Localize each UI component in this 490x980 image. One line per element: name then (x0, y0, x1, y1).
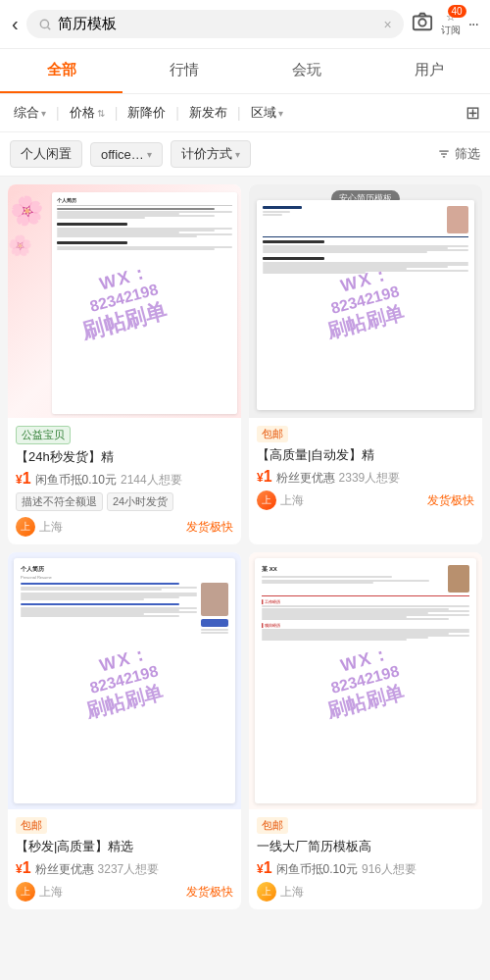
area-arrow: ▾ (278, 108, 283, 119)
avatar-4: 上 (257, 882, 276, 902)
product-info-4: 包邮 一线大厂简历模板高 ¥1 闲鱼币抵0.10元 916人想要 上 上海 (249, 809, 482, 909)
products-grid: 🌸 🌸 个人简历 (0, 177, 490, 917)
product-tags-2: 包邮 (257, 426, 474, 442)
subscribe-button[interactable]: ☆ 订阅 40 (441, 11, 461, 37)
filter-bar: 综合 ▾ | 价格 ⇅ | 新降价 | 新发布 | 区域 ▾ ⊞ (0, 94, 490, 132)
wants-2: 2339人想要 (339, 470, 401, 487)
seller-3: 上 上海 (16, 882, 63, 902)
resume-preview-3: 个人简历 Personal Resume (14, 558, 235, 803)
product-info-2: 包邮 【高质量|自动发】精 ¥1 粉丝更优惠 2339人想要 上 上海 发货极快 (249, 418, 482, 518)
product-tags-1: 公益宝贝 (16, 426, 233, 444)
avatar-2: 上 (257, 490, 276, 510)
delivery-1: 发货极快 (186, 519, 233, 536)
svg-point-3 (418, 19, 425, 26)
wants-4: 916人想要 (362, 861, 416, 878)
tab-play[interactable]: 会玩 (245, 49, 368, 93)
tag-baoyou-2: 包邮 (257, 426, 288, 442)
seller-2: 上 上海 (257, 490, 304, 510)
pricing-arrow: ▾ (235, 149, 240, 160)
search-bar[interactable]: × (26, 10, 404, 38)
meta-tags-1: 描述不符全额退 24小时发货 (16, 492, 233, 511)
product-footer-1: 上 上海 发货极快 (16, 517, 233, 537)
tag-baoyou-3: 包邮 (16, 817, 47, 834)
product-title-4: 一线大厂简历模板高 (257, 838, 474, 855)
avatar-1: 上 (16, 517, 35, 537)
more-button[interactable]: ··· (468, 16, 478, 33)
product-info-3: 包邮 【秒发|高质量】精选 ¥1 粉丝更优惠 3237人想要 上 上海 发货极快 (8, 809, 241, 909)
flower-decoration: 🌸 (8, 191, 47, 230)
filter-icon (437, 147, 451, 161)
product-image-1: 🌸 🌸 个人简历 (8, 184, 241, 418)
product-image-2: 安心简历模板 (249, 184, 482, 418)
delivery-3: 发货极快 (186, 884, 233, 901)
resume-preview-4: 某 XX ▌工作经历 ▌项目经历 (255, 558, 476, 803)
price-value-4: ¥1 (257, 859, 272, 877)
product-footer-4: 上 上海 (257, 882, 474, 902)
tab-all[interactable]: 全部 (0, 49, 122, 93)
product-tags-3: 包邮 (16, 817, 233, 834)
tag-baoyou-4: 包邮 (257, 817, 288, 834)
seller-1: 上 上海 (16, 517, 63, 537)
filter-area[interactable]: 区域 ▾ (247, 102, 287, 124)
price-value-2: ¥1 (257, 468, 272, 486)
seller-4: 上 上海 (257, 882, 304, 902)
product-footer-2: 上 上海 发货极快 (257, 490, 474, 510)
composite-arrow: ▾ (41, 108, 46, 119)
svg-point-0 (40, 20, 48, 27)
tag-pricing[interactable]: 计价方式 ▾ (171, 140, 251, 168)
wants-3: 3237人想要 (98, 861, 160, 878)
flower2-decoration: 🌸 (8, 233, 32, 257)
product-card-1[interactable]: 🌸 🌸 个人简历 (8, 184, 241, 544)
price-value-1: ¥1 (16, 470, 31, 488)
grid-view-button[interactable]: ⊞ (466, 102, 480, 124)
product-title-2: 【高质量|自动发】精 (257, 446, 474, 464)
avatar-3: 上 (16, 882, 35, 902)
seller-location-2: 上海 (280, 492, 304, 509)
product-image-3: 个人简历 Personal Resume (8, 552, 241, 809)
back-button[interactable]: ‹ (12, 13, 19, 35)
subscribe-badge: 40 (448, 5, 466, 18)
camera-button[interactable] (412, 11, 433, 37)
product-price-2: ¥1 粉丝更优惠 2339人想要 (257, 468, 474, 487)
price-sub-3: 粉丝更优惠 (35, 861, 94, 878)
clear-icon[interactable]: × (383, 17, 391, 32)
product-tags-4: 包邮 (257, 817, 474, 834)
main-tabs: 全部 行情 会玩 用户 (0, 49, 490, 94)
filter-price-drop[interactable]: 新降价 (123, 102, 170, 124)
product-card-4[interactable]: 某 XX ▌工作经历 ▌项目经历 (249, 552, 482, 909)
price-value-3: ¥1 (16, 859, 31, 877)
tag-gongyi: 公益宝贝 (16, 426, 71, 444)
meta-tag-delivery-fast: 24小时发货 (107, 492, 173, 511)
office-arrow: ▾ (147, 149, 152, 160)
product-price-3: ¥1 粉丝更优惠 3237人想要 (16, 859, 233, 878)
product-title-3: 【秒发|高质量】精选 (16, 838, 233, 855)
filter-composite[interactable]: 综合 ▾ (10, 102, 50, 124)
filter-price[interactable]: 价格 ⇅ (66, 102, 109, 124)
filter-new-listing[interactable]: 新发布 (185, 102, 231, 124)
price-sub-1: 闲鱼币抵0.10元 (35, 472, 117, 489)
delivery-2: 发货极快 (427, 492, 474, 509)
header: ‹ × ☆ 订阅 40 ··· (0, 0, 490, 49)
price-sub-4: 闲鱼币抵0.10元 (276, 861, 358, 878)
tab-market[interactable]: 行情 (122, 49, 245, 93)
seller-location-4: 上海 (280, 884, 304, 901)
tab-user[interactable]: 用户 (368, 49, 490, 93)
product-price-1: ¥1 闲鱼币抵0.10元 2144人想要 (16, 470, 233, 489)
search-icon (38, 18, 52, 31)
product-image-4: 某 XX ▌工作经历 ▌项目经历 (249, 552, 482, 809)
search-input[interactable] (58, 16, 378, 32)
seller-location-3: 上海 (39, 884, 63, 901)
tag-office[interactable]: office… ▾ (90, 142, 163, 167)
tag-personal[interactable]: 个人闲置 (10, 140, 82, 168)
meta-tag-refund: 描述不符全额退 (16, 492, 103, 511)
resume-preview-2 (257, 200, 474, 410)
subscribe-label: 订阅 (441, 24, 461, 37)
product-card-2[interactable]: 安心简历模板 (249, 184, 482, 544)
price-sub-2: 粉丝更优惠 (276, 470, 335, 487)
resume-preview-1: 个人简历 (52, 192, 237, 414)
price-arrow: ⇅ (97, 108, 105, 119)
seller-location-1: 上海 (39, 519, 63, 536)
filter-button[interactable]: 筛选 (437, 145, 480, 163)
product-footer-3: 上 上海 发货极快 (16, 882, 233, 902)
product-card-3[interactable]: 个人简历 Personal Resume (8, 552, 241, 909)
